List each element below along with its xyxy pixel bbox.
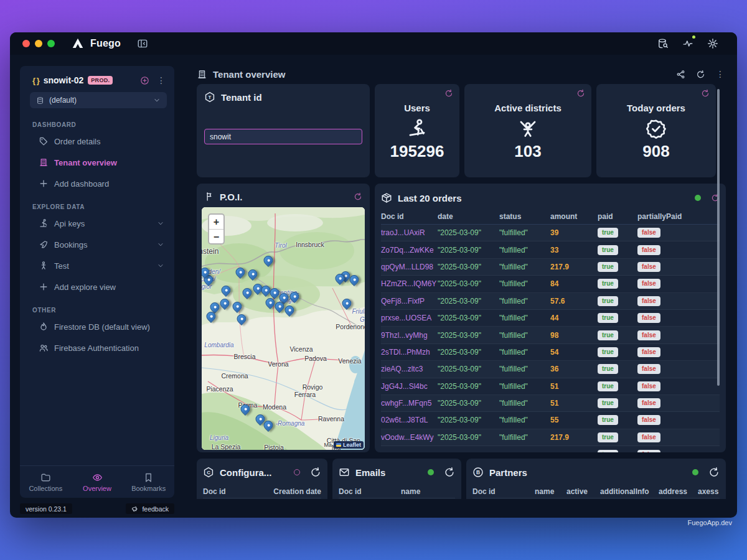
column-header: Doc id <box>339 487 401 496</box>
folder-icon <box>40 472 51 483</box>
brand-watermark: FuegoApp.dev <box>687 519 732 526</box>
emails-table-header: Doc idname <box>339 485 455 498</box>
column-header: partiallyPaid <box>637 212 720 221</box>
main-content: Tenant overview ⋮ T Tenant id Use <box>184 66 727 499</box>
table-row[interactable]: HZmZR...IQM6Y "2025-03-09" "fulfilled" 8… <box>381 276 720 292</box>
refresh-icon[interactable] <box>696 70 705 79</box>
chevron-down-icon <box>153 96 161 104</box>
partially-paid-badge: false <box>637 296 660 306</box>
table-row[interactable]: qpQyM...LLD98 "2025-03-09" "fulfilled" 2… <box>381 259 720 276</box>
braces-icon: { } <box>32 76 39 85</box>
sidebar-item-tenant-overview[interactable]: Tenant overview <box>20 152 174 173</box>
column-header: name <box>401 487 455 496</box>
table-row[interactable]: Zo7Dq...ZwKKe "2025-03-09" "fulfilled" 3… <box>381 241 720 258</box>
partially-paid-badge: false <box>637 432 660 442</box>
refresh-icon[interactable] <box>701 89 710 98</box>
sidebar-item-api-keys[interactable]: Api keys <box>20 213 174 234</box>
partially-paid-badge: false <box>637 450 660 452</box>
tab-collections[interactable]: Collections <box>20 466 72 498</box>
badge-check-icon <box>646 118 667 139</box>
table-row[interactable]: 02w6t...J8TdL "2025-03-09" "fulfilled" 5… <box>381 412 720 429</box>
chevron-down-icon <box>157 262 164 269</box>
database-select[interactable]: (default) <box>30 92 167 108</box>
table-row[interactable]: traoJ...UAxiR "2025-03-09" "fulfilled" 3… <box>381 225 720 241</box>
fuego-logo-icon <box>71 37 85 50</box>
sidebar-item-firestore-db-default-view[interactable]: Firestore DB (default view) <box>20 316 174 337</box>
sidebar-tabs: Collections Overview Bookmarks <box>20 465 174 498</box>
paid-badge: true <box>598 398 618 408</box>
tenant-card-title: Tenant id <box>221 92 262 103</box>
table-row[interactable]: JgG4J...Sl4bc "2025-03-09" "fulfilled" 5… <box>381 378 720 395</box>
paid-badge: true <box>598 245 618 255</box>
skier-icon <box>406 118 428 139</box>
status-dot <box>294 469 300 475</box>
tab-bookmarks[interactable]: Bookmarks <box>123 466 174 498</box>
table-row[interactable]: 9Thzl...vyMhg "2025-03-09" "fulfilled" 9… <box>381 327 720 343</box>
table-row-clipped[interactable]: true false <box>381 446 720 452</box>
column-header: Creation date <box>273 487 321 496</box>
svg-text:B: B <box>476 469 480 475</box>
tenant-id-input[interactable] <box>204 129 362 144</box>
stat-value: 908 <box>642 142 669 161</box>
sidebar-item-test[interactable]: Test <box>20 255 174 276</box>
partners-card-title: Partners <box>489 467 527 478</box>
minimize-button[interactable] <box>35 40 42 47</box>
status-dot <box>692 469 698 475</box>
kebab-icon[interactable]: ⋮ <box>157 76 166 85</box>
sidebar-item-firebase-authentication[interactable]: Firebase Authentication <box>20 337 174 358</box>
table-row[interactable]: cwhgF...MFqn5 "2025-03-09" "fulfilled" 5… <box>381 395 720 412</box>
refresh-icon[interactable] <box>576 89 585 98</box>
table-row[interactable]: zieAQ...zltc3 "2025-03-09" "fulfilled" 3… <box>381 361 720 378</box>
leaflet-map[interactable]: chtensteinTirolInnsbruckbunden/chun/igio… <box>202 207 365 450</box>
refresh-icon[interactable] <box>310 467 321 478</box>
share-icon[interactable] <box>676 70 685 79</box>
refresh-icon[interactable] <box>444 89 453 98</box>
partially-paid-badge: false <box>637 228 660 238</box>
emails-card: Emails Doc idname 10XM9...9O7O5 <box>332 459 461 499</box>
table-row[interactable]: 2sTDl...PhMzh "2025-03-09" "fulfilled" 5… <box>381 344 720 361</box>
column-header: address <box>659 487 698 496</box>
sidebar-item-add-explore-view[interactable]: Add explore view <box>20 276 174 297</box>
column-header: Doc id <box>203 487 273 496</box>
paid-badge: true <box>598 432 618 442</box>
database-search-icon[interactable] <box>657 38 669 49</box>
table-row[interactable]: prxse...UOSEA "2025-03-09" "fulfilled" 4… <box>381 310 720 327</box>
sidebar-item-add-dashboard[interactable]: Add dashboard <box>20 173 174 194</box>
scrollbar[interactable] <box>717 89 720 386</box>
zoom-in-button[interactable]: + <box>209 215 223 229</box>
zoom-out-button[interactable]: − <box>209 229 223 243</box>
partially-paid-badge: false <box>637 262 660 272</box>
refresh-icon[interactable] <box>354 192 362 201</box>
stat-card-users: Users 195296 <box>375 84 459 177</box>
leaflet-attribution-link[interactable]: Leaflet <box>334 441 364 449</box>
gear-icon[interactable] <box>707 38 718 49</box>
table-row[interactable]: QeFj8...FixfP "2025-03-09" "fulfilled" 5… <box>381 293 720 310</box>
feedback-button[interactable]: feedback <box>126 503 174 514</box>
refresh-icon[interactable] <box>444 467 455 478</box>
refresh-icon[interactable] <box>708 467 720 478</box>
table-row[interactable]: vOodw...E4kWy "2025-03-09" "fulfilled" 2… <box>381 429 720 446</box>
orders-card: Last 20 orders Doc iddatestatusamountpai… <box>375 184 726 452</box>
emails-card-title: Emails <box>355 467 385 478</box>
sidebar-toggle-icon[interactable] <box>137 38 148 49</box>
configurations-table-header: Doc idCreation date <box>203 485 321 498</box>
add-circle-icon[interactable] <box>140 76 149 85</box>
sidebar-item-bookings[interactable]: Bookings <box>20 234 174 255</box>
sidebar-item-order-details[interactable]: Order details <box>20 131 174 152</box>
paid-badge: true <box>598 415 618 425</box>
tab-overview[interactable]: Overview <box>72 466 123 498</box>
map-zoom-control: + − <box>208 213 225 245</box>
paid-badge: true <box>598 364 618 374</box>
column-header: status <box>499 212 550 221</box>
close-button[interactable] <box>22 40 30 47</box>
stats-row: T Tenant id Users 195296 Active district… <box>197 84 716 177</box>
orders-table-body: traoJ...UAxiR "2025-03-09" "fulfilled" 3… <box>381 225 720 452</box>
project-row: { } snowit-02 PROD. ⋮ <box>32 73 166 87</box>
section-label-other: OTHER <box>32 307 162 314</box>
paid-badge: true <box>598 228 618 238</box>
megaphone-icon <box>131 505 139 513</box>
zoom-button[interactable] <box>47 40 55 47</box>
paid-badge: true <box>598 296 618 306</box>
kebab-icon[interactable]: ⋮ <box>716 70 725 78</box>
activity-icon[interactable] <box>682 38 693 49</box>
